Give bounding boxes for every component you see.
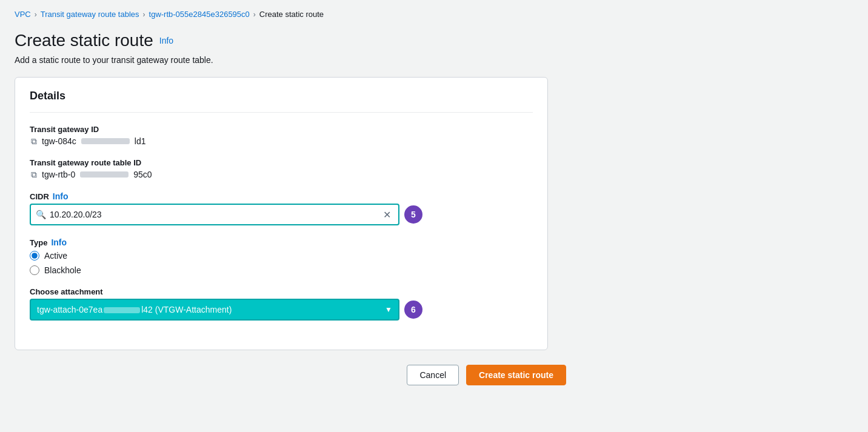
tgw-rtb-masked bbox=[80, 171, 129, 178]
radio-blackhole-input[interactable] bbox=[30, 265, 39, 275]
breadcrumb-sep-2: › bbox=[143, 10, 145, 19]
radio-active-label: Active bbox=[44, 251, 67, 261]
cidr-label: CIDR bbox=[30, 192, 49, 201]
radio-blackhole-label: Blackhole bbox=[44, 265, 81, 275]
cancel-button[interactable]: Cancel bbox=[407, 365, 459, 385]
breadcrumb-vpc[interactable]: VPC bbox=[15, 10, 31, 19]
card-title: Details bbox=[30, 90, 533, 113]
breadcrumb-tgrt[interactable]: Transit gateway route tables bbox=[41, 10, 139, 19]
type-info-link[interactable]: Info bbox=[51, 238, 67, 247]
type-label: Type bbox=[30, 238, 47, 247]
breadcrumb-rtb-id[interactable]: tgw-rtb-055e2845e326595c0 bbox=[149, 10, 250, 19]
breadcrumb-sep-1: › bbox=[35, 10, 37, 19]
step-badge-6: 6 bbox=[404, 301, 422, 319]
chevron-down-icon: ▼ bbox=[385, 305, 392, 314]
type-radio-group: Active Blackhole bbox=[30, 251, 533, 275]
type-field: Type Info Active Blackhole bbox=[30, 238, 533, 275]
attachment-dropdown[interactable]: tgw-attach-0e7eal42 (VTGW-Attachment) ▼ bbox=[30, 299, 399, 321]
tgw-id-copy-icon[interactable]: ⧉ bbox=[30, 137, 38, 145]
radio-active[interactable]: Active bbox=[30, 251, 533, 261]
page-info-link[interactable]: Info bbox=[159, 36, 173, 45]
step-badge-5: 5 bbox=[404, 205, 422, 224]
create-static-route-button[interactable]: Create static route bbox=[466, 365, 566, 385]
attachment-value: tgw-attach-0e7eal42 (VTGW-Attachment) bbox=[37, 305, 382, 314]
breadcrumb-current: Create static route bbox=[259, 10, 324, 19]
attachment-field: Choose attachment tgw-attach-0e7eal42 (V… bbox=[30, 287, 533, 321]
breadcrumb-sep-3: › bbox=[253, 10, 256, 19]
page-subtitle: Add a static route to your transit gatew… bbox=[15, 55, 853, 65]
tgw-rtb-copy-icon[interactable]: ⧉ bbox=[30, 170, 38, 179]
cidr-clear-icon[interactable]: ✕ bbox=[381, 209, 393, 221]
radio-blackhole[interactable]: Blackhole bbox=[30, 265, 533, 275]
tgw-rtb-field: Transit gateway route table ID ⧉ tgw-rtb… bbox=[30, 158, 533, 179]
cidr-input-wrapper: 🔍 ✕ bbox=[30, 204, 399, 225]
radio-active-input[interactable] bbox=[30, 251, 39, 261]
cidr-search-icon: 🔍 bbox=[36, 210, 46, 219]
tgw-rtb-suffix: 95c0 bbox=[133, 170, 152, 179]
tgw-id-masked bbox=[81, 138, 130, 144]
cidr-field: CIDR Info 🔍 ✕ 5 bbox=[30, 191, 533, 225]
breadcrumb: VPC › Transit gateway route tables › tgw… bbox=[15, 10, 853, 19]
tgw-id-suffix: ld1 bbox=[135, 136, 146, 146]
page-title: Create static route bbox=[15, 31, 153, 50]
tgw-id-label: Transit gateway ID bbox=[30, 125, 533, 134]
cidr-input[interactable] bbox=[50, 210, 381, 219]
cidr-info-link[interactable]: Info bbox=[53, 191, 68, 201]
tgw-id-field: Transit gateway ID ⧉ tgw-084cld1 bbox=[30, 125, 533, 146]
tgw-rtb-prefix: tgw-rtb-0 bbox=[42, 170, 75, 179]
tgw-rtb-label: Transit gateway route table ID bbox=[30, 158, 533, 167]
tgw-id-prefix: tgw-084c bbox=[42, 136, 76, 146]
details-card: Details Transit gateway ID ⧉ tgw-084cld1… bbox=[15, 77, 548, 350]
attachment-label: Choose attachment bbox=[30, 287, 533, 296]
footer-actions: Cancel Create static route bbox=[15, 350, 566, 385]
